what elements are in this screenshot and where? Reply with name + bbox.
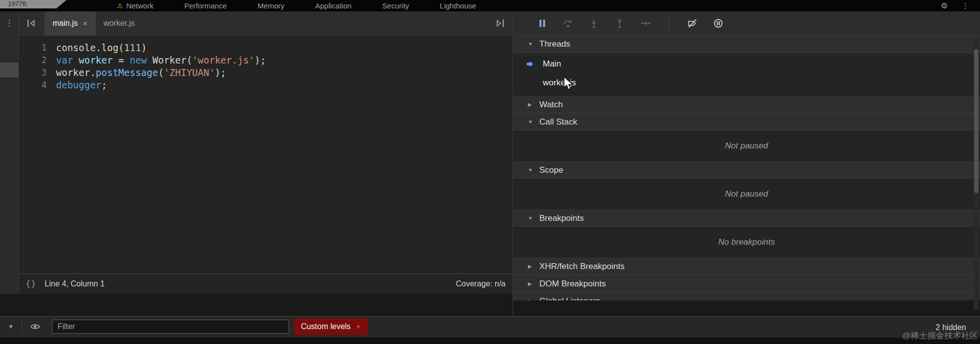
- section-title: Global Listeners: [539, 296, 600, 301]
- chevron-down-icon: ▼: [528, 120, 534, 125]
- devtools-tab-label: Lighthouse: [440, 1, 476, 10]
- step-button[interactable]: [639, 17, 652, 30]
- hide-navigator-icon[interactable]: [26, 18, 37, 29]
- section-header-watch[interactable]: ▶Watch: [513, 96, 980, 113]
- section-call-stack: ▼Call StackNot paused: [513, 113, 980, 161]
- step-out-button[interactable]: [613, 17, 626, 30]
- chevron-down-icon: ▼: [528, 216, 534, 221]
- section-xhr-fetch-breakpoints: ▶XHR/fetch Breakpoints: [513, 258, 980, 275]
- section-title: Scope: [539, 165, 563, 175]
- thread-row-worker-js[interactable]: worker.js: [513, 73, 980, 92]
- section-title: XHR/fetch Breakpoints: [539, 262, 625, 272]
- settings-gear-icon[interactable]: ⚙: [941, 2, 948, 10]
- chevron-right-icon: ▶: [528, 264, 534, 269]
- toolbar-separator: [669, 17, 669, 30]
- chevron-down-icon: ▼: [528, 42, 534, 47]
- devtools-tab-label: Performance: [184, 1, 227, 10]
- navigator-menu-icon[interactable]: ⋮: [5, 18, 13, 28]
- devtools-tab-network[interactable]: ⚠Network: [117, 1, 154, 10]
- code-text[interactable]: debugger;: [56, 79, 107, 91]
- deactivate-breakpoints-button[interactable]: [686, 17, 699, 30]
- section-watch: ▶Watch: [513, 96, 980, 113]
- code-line: 2var worker = new Worker('worker.js');: [19, 54, 513, 67]
- section-title: Call Stack: [539, 117, 577, 127]
- devtools-tab-application[interactable]: Application: [315, 1, 351, 10]
- sidebar-scrollbar-thumb[interactable]: [974, 49, 979, 193]
- cursor-position-label: Line 4, Column 1: [45, 279, 105, 288]
- debugger-sections: ▼ThreadsMainworker.js▶Watch▼Call StackNo…: [513, 36, 980, 300]
- editor-status-bar: {} Line 4, Column 1 Coverage: n/a: [19, 274, 513, 294]
- topbar-right-controls: ⚙ ⋮: [941, 2, 969, 10]
- devtools-tab-label: Application: [315, 1, 351, 10]
- devtools-top-bar: 19776; ⚠NetworkPerformanceMemoryApplicat…: [0, 0, 980, 11]
- devtools-tab-label: Memory: [258, 1, 285, 10]
- line-number[interactable]: 1: [19, 42, 51, 54]
- line-number[interactable]: 2: [19, 54, 51, 67]
- thread-label: Main: [543, 59, 561, 69]
- devtools-tab-performance[interactable]: Performance: [184, 1, 227, 10]
- show-sidebar-icon[interactable]: [495, 18, 506, 29]
- code-text[interactable]: var worker = new Worker('worker.js');: [56, 54, 266, 67]
- log-levels-dropdown[interactable]: Custom levels ▼: [294, 318, 368, 335]
- section-rows: Mainworker.js: [513, 53, 980, 96]
- section-header-global-listeners[interactable]: ▶Global Listeners: [513, 292, 980, 300]
- code-text[interactable]: worker.postMessage('ZHIYUAN');: [56, 67, 226, 79]
- console-filter-input[interactable]: [52, 320, 289, 334]
- file-tab-strip: main.js×worker.js: [45, 11, 143, 35]
- sources-editor-panel: main.js×worker.js 1console.log(111)2var …: [19, 11, 513, 294]
- code-line: 3worker.postMessage('ZHIYUAN');: [19, 67, 513, 79]
- pretty-print-icon[interactable]: {}: [26, 279, 37, 288]
- sidebar-scrollbar-track: [974, 37, 979, 309]
- chevron-right-icon: ▶: [528, 102, 534, 107]
- file-tab-label: worker.js: [104, 19, 135, 28]
- section-header-scope[interactable]: ▼Scope: [513, 161, 980, 179]
- section-message: Not paused: [513, 131, 980, 161]
- section-title: Threads: [539, 39, 570, 49]
- more-menu-icon[interactable]: ⋮: [962, 2, 969, 9]
- page-behind-fragment: 19776;: [0, 0, 66, 8]
- code-editor[interactable]: 1console.log(111)2var worker = new Worke…: [19, 36, 513, 274]
- devtools-tab-label: Security: [382, 1, 409, 10]
- devtools-tab-lighthouse[interactable]: Lighthouse: [440, 1, 476, 10]
- section-scope: ▼ScopeNot paused: [513, 161, 980, 209]
- section-header-threads[interactable]: ▼Threads: [513, 36, 980, 53]
- chevron-right-icon: ▶: [528, 281, 534, 286]
- line-number[interactable]: 4: [19, 79, 51, 91]
- section-title: Breakpoints: [539, 213, 584, 223]
- warning-icon: ⚠: [117, 2, 123, 9]
- section-header-xhr-fetch-breakpoints[interactable]: ▶XHR/fetch Breakpoints: [513, 258, 980, 275]
- section-threads: ▼ThreadsMainworker.js: [513, 36, 980, 96]
- file-tab-main-js[interactable]: main.js×: [45, 11, 96, 35]
- toolbar-divider: [22, 320, 22, 333]
- file-tab-label: main.js: [53, 19, 78, 28]
- thread-label: worker.js: [543, 78, 576, 88]
- pause-button[interactable]: [536, 17, 549, 30]
- close-icon[interactable]: ×: [83, 19, 88, 28]
- section-header-breakpoints[interactable]: ▼Breakpoints: [513, 209, 980, 227]
- live-expression-eye-icon[interactable]: [30, 322, 40, 332]
- section-header-dom-breakpoints[interactable]: ▶DOM Breakpoints: [513, 275, 980, 292]
- devtools-tab-memory[interactable]: Memory: [258, 1, 285, 10]
- section-title: Watch: [539, 100, 563, 110]
- line-number[interactable]: 3: [19, 67, 51, 79]
- file-tab-worker-js[interactable]: worker.js: [96, 11, 143, 35]
- chevron-right-icon: ▶: [528, 299, 534, 301]
- code-line: 1console.log(111): [19, 42, 513, 54]
- code-text[interactable]: console.log(111): [56, 42, 147, 54]
- step-over-button[interactable]: [562, 17, 575, 30]
- file-tab-bar: main.js×worker.js: [19, 11, 513, 36]
- step-into-button[interactable]: [587, 17, 600, 30]
- section-title: DOM Breakpoints: [539, 279, 606, 289]
- chevron-down-icon: ▼: [528, 168, 534, 173]
- section-header-call-stack[interactable]: ▼Call Stack: [513, 113, 980, 131]
- devtools-main: ⋮ main.js×worker.js 1console.log(111)2va…: [0, 11, 980, 316]
- section-message: Not paused: [513, 179, 980, 209]
- devtools-tab-security[interactable]: Security: [382, 1, 409, 10]
- devtools-tab-strip: ⚠NetworkPerformanceMemoryApplicationSecu…: [117, 1, 476, 10]
- devtools-tab-label: Network: [126, 1, 154, 10]
- code-line: 4debugger;: [19, 79, 513, 91]
- console-sidebar-toggle-icon[interactable]: ▼: [8, 324, 14, 330]
- section-dom-breakpoints: ▶DOM Breakpoints: [513, 275, 980, 292]
- pause-on-exceptions-button[interactable]: [712, 17, 725, 30]
- thread-row-main[interactable]: Main: [513, 55, 980, 73]
